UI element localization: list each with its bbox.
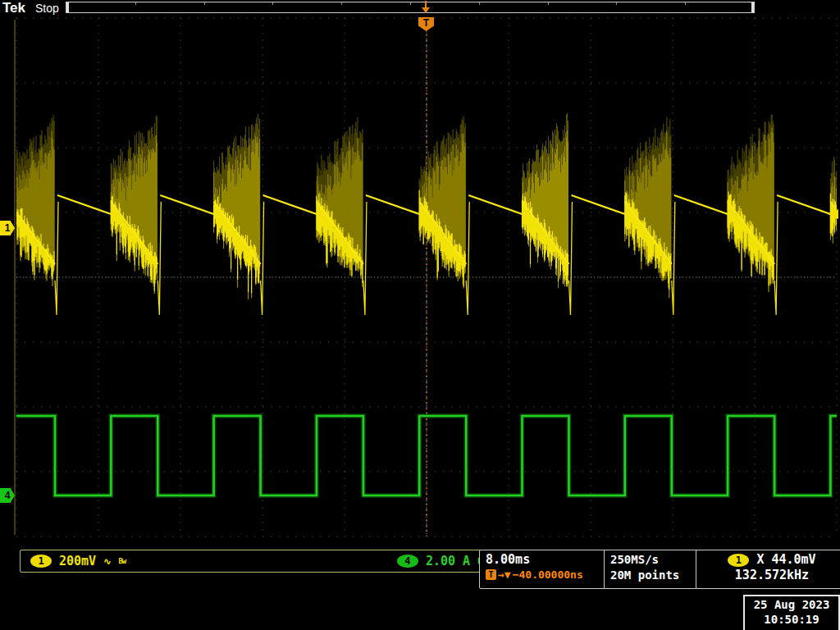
acquisition-readout-box[interactable]: 250MS/s 20M points	[604, 550, 704, 589]
record-division-tick	[204, 2, 205, 5]
record-division-tick	[272, 2, 273, 5]
trigger-slope-icon: X	[756, 552, 764, 568]
brand-logo: Tek	[2, 0, 25, 16]
channel-readout-box[interactable]: 1 200mV ∿ Bw 4 2.00 A Bw	[20, 550, 495, 573]
ch1-coupling-icon: ∿	[103, 556, 111, 567]
trigger-t-icon: T	[486, 569, 496, 580]
ch1-scale: 200mV	[59, 554, 96, 568]
record-length: 20M points	[610, 568, 697, 583]
sample-rate: 250MS/s	[610, 552, 697, 568]
record-window-left-bracket	[66, 2, 69, 12]
record-window-right-bracket	[751, 2, 754, 12]
ch1-badge[interactable]: 1	[30, 555, 52, 568]
date-label: 25 Aug 2023	[745, 597, 838, 612]
record-division-tick	[548, 2, 549, 5]
trigger-readout-box[interactable]: 1 X 44.0mV 132.572kHz	[696, 550, 840, 589]
ch4-badge[interactable]: 4	[397, 555, 418, 568]
record-division-tick	[410, 2, 411, 5]
horizontal-scale: 8.00ms	[486, 552, 609, 568]
trigger-level: 44.0mV	[771, 552, 815, 568]
horizontal-delay: −40.00000ns	[513, 568, 583, 582]
oscilloscope-screen: Tek Stop T 1 4 1 200mV ∿ Bw 4 2.00 A Bw …	[0, 0, 840, 630]
time-label: 10:50:19	[745, 612, 838, 627]
ch1-bandwidth-icon: Bw	[118, 557, 126, 565]
delay-arrow-icons: →▼	[498, 568, 511, 582]
datetime-box: 25 Aug 2023 10:50:19	[743, 595, 840, 630]
acquisition-status: Stop	[35, 2, 59, 15]
record-trigger-position-icon[interactable]	[420, 1, 431, 14]
record-division-tick	[341, 2, 342, 5]
graticule-and-waveforms	[0, 0, 840, 630]
record-view-bar[interactable]	[66, 2, 755, 13]
ch4-scale: 2.00 A	[426, 554, 470, 568]
trigger-source-badge[interactable]: 1	[728, 554, 749, 567]
record-division-tick	[616, 2, 617, 5]
record-division-tick	[685, 2, 686, 5]
horizontal-readout-box[interactable]: 8.00ms T →▼ −40.00000ns	[479, 550, 615, 589]
record-division-tick	[479, 2, 480, 5]
record-division-tick	[135, 2, 136, 5]
trigger-frequency: 132.572kHz	[703, 568, 840, 582]
